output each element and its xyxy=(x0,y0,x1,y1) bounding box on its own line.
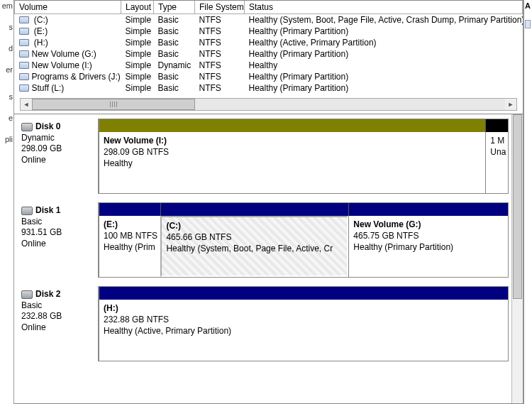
disk-size: 298.09 GB xyxy=(21,143,94,155)
vertical-scrollbar[interactable] xyxy=(511,114,523,403)
partition-bar[interactable] xyxy=(348,203,508,216)
partition-size: Una xyxy=(490,146,504,158)
disk-name: Disk 2 xyxy=(35,289,60,300)
table-row[interactable]: (E:)SimpleBasicNTFSHealthy (Primary Part… xyxy=(15,26,523,37)
volume-icon xyxy=(19,84,29,92)
graphical-view: Disk 0 Dynamic 298.09 GB Online New Volu… xyxy=(14,114,511,403)
disk-size: 232.88 GB xyxy=(21,311,94,322)
disk-icon xyxy=(21,123,33,131)
partition-status: Healthy (Primary Partition) xyxy=(353,241,504,253)
partitions: (E:) 100 MB NTFS Healthy (Prim (C:) 465.… xyxy=(99,202,509,278)
scroll-track[interactable] xyxy=(32,99,505,110)
partition-size: 298.09 GB NTFS xyxy=(104,146,481,158)
table-row[interactable]: Stuff (L:)SimpleBasicNTFSHealthy (Primar… xyxy=(15,82,523,94)
partitions: (H:) 232.88 GB NTFS Healthy (Active, Pri… xyxy=(99,286,509,361)
partition-size: 100 MB NTFS xyxy=(104,230,156,241)
scroll-thumb[interactable] xyxy=(32,99,195,110)
partition-status: Healthy (System, Boot, Page File, Active… xyxy=(166,243,343,254)
volume-icon xyxy=(19,28,29,35)
partition-bar[interactable] xyxy=(485,119,508,132)
table-row[interactable]: (H:)SimpleBasicNTFSHealthy (Active, Prim… xyxy=(15,37,523,48)
disk-row[interactable]: Disk 0 Dynamic 298.09 GB Online New Volu… xyxy=(17,119,509,194)
partition-title: (H:) xyxy=(104,302,504,314)
col-fs[interactable]: File System xyxy=(195,1,245,14)
partition-size: 465.75 GB NTFS xyxy=(353,230,504,241)
partition-bar[interactable] xyxy=(99,203,160,216)
partition-title: (C:) xyxy=(166,220,343,231)
partition-size: 232.88 GB NTFS xyxy=(104,314,504,325)
disk-info[interactable]: Disk 2 Basic 232.88 GB Online xyxy=(17,286,99,361)
partition[interactable]: New Volume (I:) 298.09 GB NTFS Healthy xyxy=(99,132,485,193)
partition-title: New Volume (G:) xyxy=(353,219,504,230)
disk-type: Dynamic xyxy=(21,133,94,144)
vol-name: (H:) xyxy=(32,38,48,48)
partition-status: Healthy (Prim xyxy=(104,241,156,253)
partition-bar[interactable] xyxy=(160,203,348,216)
horizontal-scrollbar[interactable]: ◄ ► xyxy=(20,98,517,111)
vol-name: New Volume (I:) xyxy=(32,60,92,70)
table-row[interactable]: (C:)SimpleBasicNTFSHealthy (System, Boot… xyxy=(15,14,523,26)
partition-status: Healthy (Active, Primary Partition) xyxy=(104,325,504,337)
disk-management-pane: Volume Layout Type File System Status (C… xyxy=(14,0,523,404)
vol-name: Programs & Drivers (J:) xyxy=(32,72,121,82)
vol-name: (C:) xyxy=(32,15,48,25)
disk-name: Disk 0 xyxy=(35,121,60,133)
scroll-left-icon[interactable]: ◄ xyxy=(21,99,32,110)
partition[interactable]: (H:) 232.88 GB NTFS Healthy (Active, Pri… xyxy=(99,300,508,361)
partition[interactable]: (E:) 100 MB NTFS Healthy (Prim xyxy=(99,216,160,277)
partition-title: (E:) xyxy=(104,219,156,230)
vol-name: New Volume (G:) xyxy=(32,49,96,59)
disk-name: Disk 1 xyxy=(35,205,60,217)
disk-icon xyxy=(21,290,33,299)
left-nav-strip: emsdersepli xyxy=(0,0,14,404)
disk-type: Basic xyxy=(21,300,94,312)
table-row[interactable]: New Volume (G:)SimpleBasicNTFSHealthy (P… xyxy=(15,48,523,60)
partition-title: 1 M xyxy=(490,135,504,146)
partition-selected[interactable]: (C:) 465.66 GB NTFS Healthy (System, Boo… xyxy=(160,216,348,277)
partitions: New Volume (I:) 298.09 GB NTFS Healthy 1… xyxy=(99,119,509,194)
volume-table[interactable]: Volume Layout Type File System Status (C… xyxy=(14,1,523,94)
col-status[interactable]: Status xyxy=(245,1,523,14)
disk-size: 931.51 GB xyxy=(21,227,94,239)
table-row[interactable]: New Volume (I:)SimpleDynamicNTFSHealthy xyxy=(15,60,523,71)
right-label: A xyxy=(525,1,531,10)
partition-status: Healthy xyxy=(104,158,481,169)
col-type[interactable]: Type xyxy=(154,1,195,14)
table-row[interactable]: Programs & Drivers (J:)SimpleBasicNTFSHe… xyxy=(15,71,523,82)
right-pane-indicator[interactable] xyxy=(525,20,531,28)
scroll-right-icon[interactable]: ► xyxy=(505,99,516,110)
disk-state: Online xyxy=(21,155,94,166)
disk-icon xyxy=(21,207,33,215)
disk-row[interactable]: Disk 2 Basic 232.88 GB Online (H:) 232.8… xyxy=(17,286,509,361)
col-volume[interactable]: Volume xyxy=(15,1,121,14)
volume-icon xyxy=(19,62,29,69)
partition[interactable]: New Volume (G:) 465.75 GB NTFS Healthy (… xyxy=(348,216,508,277)
partition-bar[interactable] xyxy=(99,119,485,132)
scroll-thumb[interactable] xyxy=(513,114,522,299)
volume-icon xyxy=(19,50,29,58)
volume-icon xyxy=(19,39,29,46)
col-layout[interactable]: Layout xyxy=(121,1,154,14)
partition-bar[interactable] xyxy=(99,287,508,300)
volume-list[interactable]: Volume Layout Type File System Status (C… xyxy=(14,1,523,94)
vol-name: (E:) xyxy=(32,26,48,36)
disk-type: Basic xyxy=(21,217,94,228)
partition-title: New Volume (I:) xyxy=(104,135,481,146)
disk-row[interactable]: Disk 1 Basic 931.51 GB Online xyxy=(17,202,509,278)
partition[interactable]: 1 M Una xyxy=(485,132,508,193)
volume-icon xyxy=(19,16,29,23)
disk-info[interactable]: Disk 1 Basic 931.51 GB Online xyxy=(17,202,99,278)
disk-info[interactable]: Disk 0 Dynamic 298.09 GB Online xyxy=(17,119,99,194)
vol-name: Stuff (L:) xyxy=(32,83,65,93)
right-pane-strip[interactable]: A xyxy=(523,0,532,404)
partition-size: 465.66 GB NTFS xyxy=(166,231,343,243)
volume-icon xyxy=(19,73,29,80)
disk-state: Online xyxy=(21,239,94,250)
disk-state: Online xyxy=(21,322,94,334)
